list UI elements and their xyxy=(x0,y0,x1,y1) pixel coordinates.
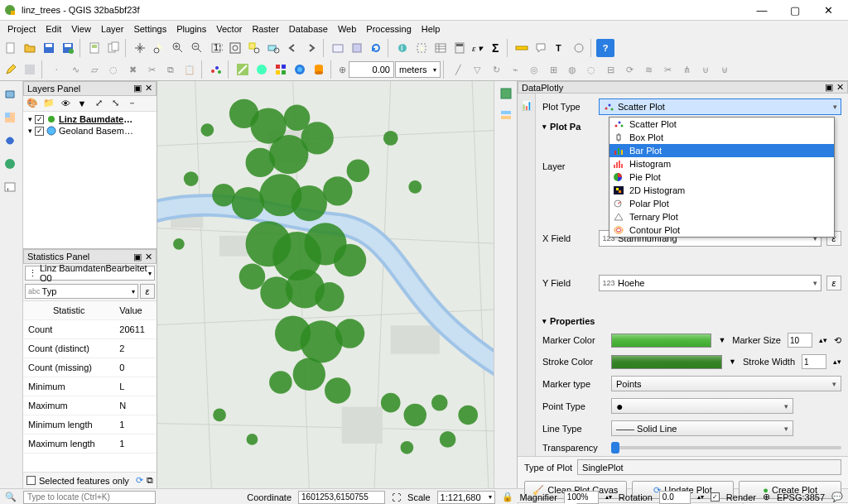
copy-stats-icon[interactable]: ⧉ xyxy=(147,475,153,486)
measure-icon[interactable] xyxy=(513,39,531,57)
remove-icon[interactable]: － xyxy=(124,96,139,111)
add-poly-icon[interactable]: ▱ xyxy=(85,60,104,79)
add-feature-icon[interactable]: ⬝ xyxy=(47,60,65,79)
menu-plugins[interactable]: Plugins xyxy=(172,22,210,36)
delete-sel-icon[interactable]: ✖ xyxy=(123,60,142,79)
layer-checkbox[interactable]: ✓ xyxy=(35,115,44,124)
paste-icon[interactable]: 📋 xyxy=(181,60,199,79)
db-icon[interactable] xyxy=(310,60,328,79)
menu-help[interactable]: Help xyxy=(417,22,445,36)
addpart-icon[interactable]: ⊞ xyxy=(544,60,562,79)
annotation-icon[interactable]: T xyxy=(551,39,569,57)
zoom-out-icon[interactable] xyxy=(188,39,206,57)
db-browser-icon[interactable] xyxy=(497,84,515,103)
undock-icon[interactable]: ▣ xyxy=(133,83,142,94)
mag-input[interactable] xyxy=(564,491,599,504)
section-properties[interactable]: Properties xyxy=(542,316,841,326)
layer-checkbox[interactable]: ✓ xyxy=(35,127,44,136)
stroke-width-input[interactable] xyxy=(802,354,826,369)
scale-select[interactable]: 1:121,680▾ xyxy=(437,491,495,504)
marker-color-pick[interactable] xyxy=(611,334,711,348)
add-vector-icon[interactable] xyxy=(0,84,20,104)
point-type-select[interactable]: ●▾ xyxy=(611,398,793,414)
open-project-icon[interactable] xyxy=(21,39,39,57)
fillring-icon[interactable]: ◍ xyxy=(563,60,581,79)
add-line-icon[interactable]: ∿ xyxy=(66,60,84,79)
selected-only-checkbox[interactable] xyxy=(26,476,36,485)
mergeattr-icon[interactable]: ⊎ xyxy=(716,60,734,79)
close-panel-icon[interactable]: ✕ xyxy=(145,252,152,262)
add-delimited-icon[interactable]: , xyxy=(0,177,20,197)
close-panel-icon[interactable]: ✕ xyxy=(836,82,844,93)
add-group-icon[interactable]: 📁 xyxy=(41,96,56,111)
save-edits-icon[interactable] xyxy=(21,60,39,79)
digitize-line-icon[interactable]: ╱ xyxy=(449,60,467,79)
refresh-icon[interactable] xyxy=(367,39,385,57)
menu-settings[interactable]: Settings xyxy=(129,22,171,36)
edit-toggle-icon[interactable] xyxy=(2,60,20,79)
tree-item-geoland[interactable]: ▾ ✓ Geoland Basemap... xyxy=(25,125,155,137)
stats-layer-select[interactable]: ⋮Linz BaumdatenBearbeitet O0▾ xyxy=(25,266,155,281)
tree-item-linz[interactable]: ▾ ✓ Linz BaumdatenBe... xyxy=(25,113,155,125)
dd-option-scatter[interactable]: Scatter Plot xyxy=(610,118,834,131)
dp-scatter-icon[interactable] xyxy=(207,60,225,79)
yfield-expr-button[interactable]: ε xyxy=(826,276,841,290)
dd-option-ternary[interactable]: Ternary Plot xyxy=(610,210,834,223)
copy-icon[interactable]: ⧉ xyxy=(161,60,180,79)
filter-leg-icon[interactable]: ▼ xyxy=(75,96,89,111)
help-icon[interactable]: ? xyxy=(596,39,614,57)
identify-icon[interactable]: i xyxy=(393,39,412,57)
cut-icon[interactable]: ✂ xyxy=(142,60,161,79)
print-composer-icon[interactable] xyxy=(85,39,104,57)
messages-icon[interactable]: 💬 xyxy=(831,492,843,502)
plot-type-select[interactable]: Scatter Plot ▾ xyxy=(599,98,841,115)
layer-browser-icon[interactable] xyxy=(497,106,515,124)
add-postgis-icon[interactable] xyxy=(0,131,20,151)
layers-panel-title[interactable]: Layers Panel ▣ ✕ xyxy=(23,81,157,96)
add-raster-icon[interactable] xyxy=(0,108,20,127)
menu-processing[interactable]: Processing xyxy=(362,22,415,36)
transparency-slider[interactable] xyxy=(611,446,841,449)
open-attr-table-icon[interactable] xyxy=(431,39,450,57)
zoom-layer-icon[interactable] xyxy=(264,39,282,57)
map-canvas[interactable] xyxy=(157,81,494,488)
pan-selection-icon[interactable] xyxy=(150,39,168,57)
dd-option-contour[interactable]: Contour Plot xyxy=(610,223,834,237)
zoom-native-icon[interactable]: 1:1 xyxy=(207,39,225,57)
menu-web[interactable]: Web xyxy=(334,22,360,36)
extent-icon[interactable]: ⛶ xyxy=(392,492,401,502)
dd-option-pie[interactable]: Pie Plot xyxy=(610,170,834,184)
bookmarks-icon[interactable] xyxy=(348,39,366,57)
locator-input[interactable] xyxy=(23,491,156,504)
type-of-plot-select[interactable]: SinglePlot xyxy=(577,459,841,475)
collapse-icon[interactable]: ⤡ xyxy=(108,96,123,111)
rotate-icon[interactable]: ↻ xyxy=(487,60,505,79)
style-layer-icon[interactable]: 🎨 xyxy=(25,96,40,111)
menu-layer[interactable]: Layer xyxy=(97,22,128,36)
deletepart-icon[interactable]: ⊟ xyxy=(601,60,619,79)
marker-type-select[interactable]: Points▾ xyxy=(611,376,841,391)
maptips-icon[interactable] xyxy=(532,39,550,57)
zoom-selection-icon[interactable] xyxy=(245,39,263,57)
rot-input[interactable] xyxy=(659,491,691,504)
node-tool-icon[interactable]: ◌ xyxy=(104,60,123,79)
plot-type-dropdown[interactable]: Scatter Plot Box Plot Bar Plot Histogram… xyxy=(609,117,835,238)
globe-blue-icon[interactable] xyxy=(291,60,309,79)
decorations-icon[interactable] xyxy=(570,39,588,57)
new-project-icon[interactable] xyxy=(2,39,20,57)
zoom-next-icon[interactable] xyxy=(302,39,320,57)
stats-field-select[interactable]: abc Typ▾ xyxy=(25,284,138,299)
undock-icon[interactable]: ▣ xyxy=(133,252,142,262)
digitize-poly-icon[interactable]: ▽ xyxy=(468,60,486,79)
menu-raster[interactable]: Raster xyxy=(248,22,282,36)
lock-icon[interactable]: 🔒 xyxy=(502,492,513,502)
override-icon[interactable]: ⟲ xyxy=(834,335,841,346)
zoom-in-icon[interactable] xyxy=(169,39,187,57)
maximize-button[interactable]: ▢ xyxy=(778,0,812,20)
osm-icon[interactable] xyxy=(234,60,252,79)
offset-icon[interactable]: ≋ xyxy=(639,60,658,79)
splitparts-icon[interactable]: ⋔ xyxy=(677,60,696,79)
stroke-color-pick[interactable] xyxy=(611,355,722,369)
coord-input[interactable]: 0.00 xyxy=(349,61,394,78)
yfield-select[interactable]: 123 Hoehe▾ xyxy=(599,275,822,291)
